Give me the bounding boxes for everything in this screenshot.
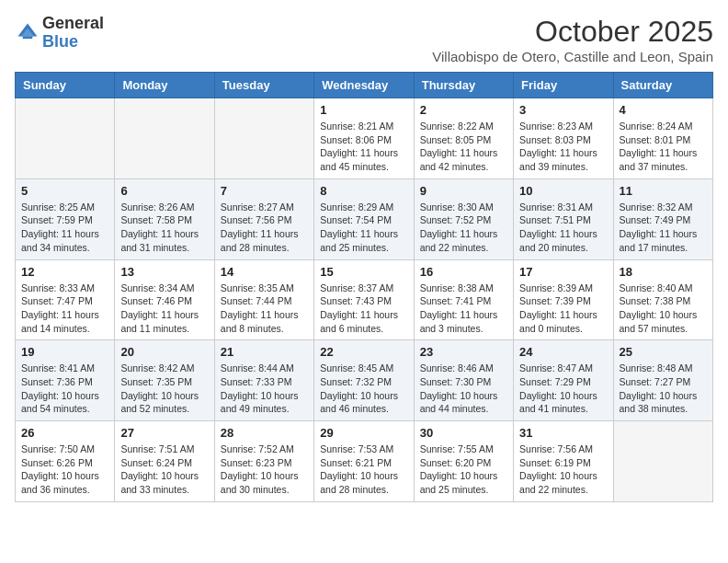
day-number: 1: [320, 103, 407, 117]
day-number: 13: [120, 265, 208, 279]
calendar-cell-4-5: 23Sunrise: 8:46 AM Sunset: 7:30 PM Dayli…: [414, 340, 513, 421]
calendar-cell-1-3: [214, 98, 313, 179]
day-info: Sunrise: 7:55 AM Sunset: 6:20 PM Dayligh…: [420, 442, 507, 497]
day-number: 16: [420, 265, 507, 279]
day-number: 29: [320, 426, 407, 440]
calendar-cell-2-7: 11Sunrise: 8:32 AM Sunset: 7:49 PM Dayli…: [613, 178, 712, 259]
day-number: 28: [221, 426, 308, 440]
calendar-cell-3-1: 12Sunrise: 8:33 AM Sunset: 7:47 PM Dayli…: [16, 259, 115, 340]
calendar-week-row-3: 12Sunrise: 8:33 AM Sunset: 7:47 PM Dayli…: [16, 259, 713, 340]
day-info: Sunrise: 8:45 AM Sunset: 7:32 PM Dayligh…: [320, 362, 407, 416]
page-header: General Blue October 2025 Villaobispo de…: [15, 15, 713, 64]
weekday-header-saturday: Saturday: [613, 73, 712, 98]
day-number: 15: [320, 265, 407, 279]
day-number: 18: [620, 265, 707, 279]
calendar-week-row-4: 19Sunrise: 8:41 AM Sunset: 7:36 PM Dayli…: [16, 340, 713, 421]
day-number: 4: [620, 103, 707, 117]
calendar-cell-3-2: 13Sunrise: 8:34 AM Sunset: 7:46 PM Dayli…: [115, 259, 214, 340]
day-info: Sunrise: 8:38 AM Sunset: 7:41 PM Dayligh…: [420, 282, 507, 336]
calendar-cell-2-4: 8Sunrise: 8:29 AM Sunset: 7:54 PM Daylig…: [314, 178, 414, 259]
day-info: Sunrise: 8:29 AM Sunset: 7:54 PM Dayligh…: [320, 201, 407, 255]
day-info: Sunrise: 8:42 AM Sunset: 7:35 PM Dayligh…: [120, 362, 208, 416]
calendar-cell-1-7: 4Sunrise: 8:24 AM Sunset: 8:01 PM Daylig…: [613, 98, 712, 179]
day-info: Sunrise: 8:39 AM Sunset: 7:39 PM Dayligh…: [519, 282, 607, 336]
day-info: Sunrise: 7:52 AM Sunset: 6:23 PM Dayligh…: [221, 442, 308, 497]
calendar-table: SundayMondayTuesdayWednesdayThursdayFrid…: [15, 72, 713, 502]
calendar-week-row-2: 5Sunrise: 8:25 AM Sunset: 7:59 PM Daylig…: [16, 178, 713, 259]
calendar-cell-1-1: [16, 98, 115, 179]
day-info: Sunrise: 7:53 AM Sunset: 6:21 PM Dayligh…: [320, 442, 407, 497]
day-info: Sunrise: 8:23 AM Sunset: 8:03 PM Dayligh…: [519, 120, 607, 174]
calendar-cell-5-2: 27Sunrise: 7:51 AM Sunset: 6:24 PM Dayli…: [115, 421, 214, 502]
calendar-cell-1-6: 3Sunrise: 8:23 AM Sunset: 8:03 PM Daylig…: [514, 98, 613, 179]
calendar-cell-2-2: 6Sunrise: 8:26 AM Sunset: 7:58 PM Daylig…: [115, 178, 214, 259]
weekday-header-sunday: Sunday: [16, 73, 115, 98]
calendar-week-row-1: 1Sunrise: 8:21 AM Sunset: 8:06 PM Daylig…: [16, 98, 713, 179]
svg-rect-2: [23, 36, 33, 39]
calendar-cell-4-1: 19Sunrise: 8:41 AM Sunset: 7:36 PM Dayli…: [16, 340, 115, 421]
day-number: 5: [21, 184, 108, 198]
day-info: Sunrise: 8:30 AM Sunset: 7:52 PM Dayligh…: [420, 201, 507, 255]
calendar-cell-5-7: [613, 421, 712, 502]
weekday-header-thursday: Thursday: [414, 73, 513, 98]
day-number: 27: [120, 426, 208, 440]
weekday-header-friday: Friday: [514, 73, 613, 98]
day-info: Sunrise: 8:34 AM Sunset: 7:46 PM Dayligh…: [120, 282, 208, 336]
day-info: Sunrise: 8:47 AM Sunset: 7:29 PM Dayligh…: [519, 362, 607, 416]
day-info: Sunrise: 7:51 AM Sunset: 6:24 PM Dayligh…: [120, 442, 208, 497]
day-number: 11: [620, 184, 707, 198]
calendar-cell-2-5: 9Sunrise: 8:30 AM Sunset: 7:52 PM Daylig…: [414, 178, 513, 259]
day-number: 10: [519, 184, 607, 198]
logo-general-text: General: [42, 14, 104, 32]
day-info: Sunrise: 8:35 AM Sunset: 7:44 PM Dayligh…: [221, 282, 308, 336]
title-block: October 2025 Villaobispo de Otero, Casti…: [432, 15, 713, 64]
day-number: 20: [120, 345, 208, 359]
day-info: Sunrise: 8:21 AM Sunset: 8:06 PM Dayligh…: [320, 120, 407, 174]
weekday-header-wednesday: Wednesday: [314, 73, 414, 98]
day-info: Sunrise: 8:27 AM Sunset: 7:56 PM Dayligh…: [221, 201, 308, 255]
day-info: Sunrise: 7:56 AM Sunset: 6:19 PM Dayligh…: [519, 442, 607, 497]
day-number: 12: [21, 265, 108, 279]
calendar-cell-5-5: 30Sunrise: 7:55 AM Sunset: 6:20 PM Dayli…: [414, 421, 513, 502]
day-info: Sunrise: 8:33 AM Sunset: 7:47 PM Dayligh…: [21, 282, 108, 336]
day-info: Sunrise: 8:24 AM Sunset: 8:01 PM Dayligh…: [620, 120, 707, 174]
calendar-cell-5-6: 31Sunrise: 7:56 AM Sunset: 6:19 PM Dayli…: [514, 421, 613, 502]
weekday-header-monday: Monday: [115, 73, 214, 98]
day-number: 8: [320, 184, 407, 198]
calendar-cell-3-5: 16Sunrise: 8:38 AM Sunset: 7:41 PM Dayli…: [414, 259, 513, 340]
calendar-cell-2-6: 10Sunrise: 8:31 AM Sunset: 7:51 PM Dayli…: [514, 178, 613, 259]
day-number: 9: [420, 184, 507, 198]
day-number: 31: [519, 426, 607, 440]
day-info: Sunrise: 8:32 AM Sunset: 7:49 PM Dayligh…: [620, 201, 707, 255]
day-info: Sunrise: 8:48 AM Sunset: 7:27 PM Dayligh…: [620, 362, 707, 416]
day-info: Sunrise: 8:40 AM Sunset: 7:38 PM Dayligh…: [620, 282, 707, 336]
day-info: Sunrise: 8:41 AM Sunset: 7:36 PM Dayligh…: [21, 362, 108, 416]
calendar-cell-5-4: 29Sunrise: 7:53 AM Sunset: 6:21 PM Dayli…: [314, 421, 414, 502]
day-number: 6: [120, 184, 208, 198]
day-number: 26: [21, 426, 108, 440]
weekday-header-tuesday: Tuesday: [214, 73, 313, 98]
calendar-cell-1-5: 2Sunrise: 8:22 AM Sunset: 8:05 PM Daylig…: [414, 98, 513, 179]
calendar-cell-1-2: [115, 98, 214, 179]
day-number: 30: [420, 426, 507, 440]
calendar-cell-4-7: 25Sunrise: 8:48 AM Sunset: 7:27 PM Dayli…: [613, 340, 712, 421]
logo-text: General Blue: [42, 15, 104, 52]
day-number: 19: [21, 345, 108, 359]
logo-icon: [15, 20, 40, 46]
day-info: Sunrise: 8:37 AM Sunset: 7:43 PM Dayligh…: [320, 282, 407, 336]
calendar-cell-3-6: 17Sunrise: 8:39 AM Sunset: 7:39 PM Dayli…: [514, 259, 613, 340]
day-info: Sunrise: 8:31 AM Sunset: 7:51 PM Dayligh…: [519, 201, 607, 255]
calendar-cell-4-4: 22Sunrise: 8:45 AM Sunset: 7:32 PM Dayli…: [314, 340, 414, 421]
month-title: October 2025: [432, 15, 713, 49]
logo: General Blue: [15, 15, 104, 52]
day-number: 14: [221, 265, 308, 279]
day-number: 25: [620, 345, 707, 359]
day-number: 3: [519, 103, 607, 117]
day-info: Sunrise: 8:46 AM Sunset: 7:30 PM Dayligh…: [420, 362, 507, 416]
calendar-cell-3-7: 18Sunrise: 8:40 AM Sunset: 7:38 PM Dayli…: [613, 259, 712, 340]
day-number: 2: [420, 103, 507, 117]
day-number: 23: [420, 345, 507, 359]
location-subtitle: Villaobispo de Otero, Castille and Leon,…: [432, 49, 713, 64]
calendar-cell-2-3: 7Sunrise: 8:27 AM Sunset: 7:56 PM Daylig…: [214, 178, 313, 259]
day-number: 17: [519, 265, 607, 279]
